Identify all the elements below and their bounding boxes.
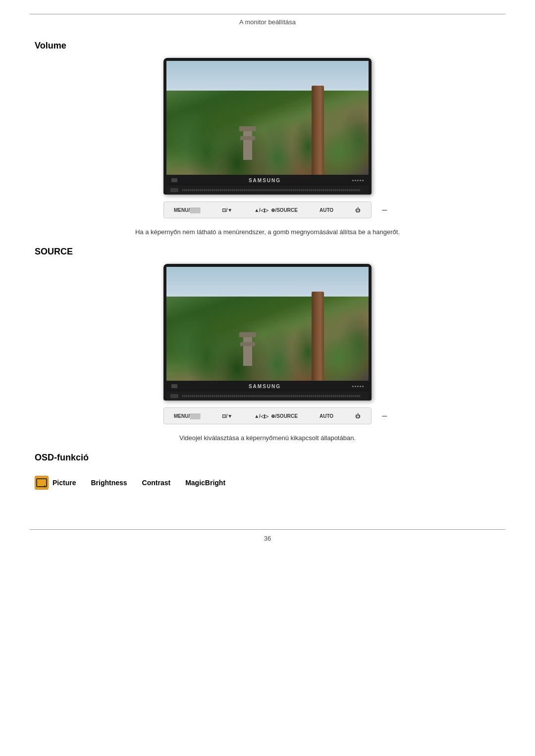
osd-menu-item-magicbright: MagicBright — [185, 479, 225, 487]
tree-trunk-image-2 — [312, 292, 324, 381]
ctrl-power-1: ⏻ — [355, 207, 360, 213]
picture-icon — [35, 476, 49, 490]
main-content: Volume SAMSUNG — [0, 36, 535, 514]
stand-btn-2 — [170, 394, 178, 398]
page-number: 36 — [0, 535, 535, 542]
page-container: A monitor beállítása Volume — [0, 14, 535, 756]
osd-label: OSD-funkció — [35, 453, 500, 463]
osd-brightness-label: Brightness — [91, 479, 127, 487]
brand-dots-2 — [352, 386, 364, 387]
volume-section: Volume SAMSUNG — [35, 41, 500, 236]
source-description: Videojel kiválasztása a képernyőmenü kik… — [35, 434, 500, 442]
brand-dots — [352, 180, 364, 181]
bottom-divider — [30, 529, 505, 530]
ctrl-minus-1: — — [382, 207, 387, 213]
header-text: A monitor beállítása — [239, 18, 296, 26]
volume-label: Volume — [35, 41, 500, 51]
trees-bg — [166, 61, 369, 175]
dot-9 — [360, 386, 361, 387]
ctrl-auto-2: AUTO — [320, 413, 333, 419]
brand-bar: SAMSUNG — [166, 175, 369, 186]
osd-menu-item-picture: Picture — [35, 476, 76, 490]
ctrl-pip-1: ⊡/▼ — [222, 207, 232, 213]
ctrl-menu-1: MENU/▒▒▒ — [174, 207, 200, 213]
source-monitor: SAMSUNG — [163, 264, 372, 401]
dot-5 — [362, 180, 364, 181]
source-label: SOURCE — [35, 247, 500, 257]
source-screen — [166, 267, 369, 381]
dot-7 — [355, 386, 356, 387]
trees-bg-2 — [166, 267, 369, 381]
tree-trunk-image — [312, 86, 324, 175]
pagoda-image — [243, 130, 252, 160]
dot-10 — [362, 386, 364, 387]
ctrl-power-2: ⏻ — [355, 413, 360, 419]
source-section: SOURCE SAMSUNG — [35, 247, 500, 442]
dot-4 — [360, 180, 361, 181]
dot-2 — [355, 180, 356, 181]
volume-control-bar: MENU/▒▒▒ ⊡/▼ ▲/◁▷ ⊕/SOURCE AUTO ⏻ — — [163, 202, 372, 218]
brand-icon-1 — [171, 178, 177, 182]
volume-description: Ha a képernyőn nem látható a menürendsze… — [35, 228, 500, 236]
osd-menu-item-brightness: Brightness — [91, 479, 127, 487]
brand-text-2: SAMSUNG — [249, 384, 281, 389]
stand-bar-2 — [166, 392, 369, 401]
source-monitor-wrap: SAMSUNG — [35, 264, 500, 401]
source-control-bar-wrap: MENU/▒▒▒ ⊡/▼ ▲/◁▷ ⊕/SOURCE AUTO ⏻ — — [35, 407, 500, 424]
ctrl-pip-2: ⊡/▼ — [222, 413, 232, 419]
dot-3 — [357, 180, 359, 181]
top-divider — [30, 14, 505, 14]
brand-left-icons-2 — [171, 384, 177, 388]
dot-1 — [352, 180, 354, 181]
volume-control-bar-wrap: MENU/▒▒▒ ⊡/▼ ▲/◁▷ ⊕/SOURCE AUTO ⏻ — — [35, 202, 500, 218]
source-control-bar: MENU/▒▒▒ ⊡/▼ ▲/◁▷ ⊕/SOURCE AUTO ⏻ — — [163, 407, 372, 424]
osd-magicbright-label: MagicBright — [185, 479, 225, 487]
stand-btn-1 — [170, 188, 178, 192]
stand-pattern — [182, 189, 361, 191]
dot-6 — [352, 386, 354, 387]
pagoda-image-2 — [243, 336, 252, 366]
osd-menu-item-contrast: Contrast — [142, 479, 171, 487]
ctrl-minus-2: — — [382, 413, 387, 419]
osd-menu-bar: Picture Brightness Contrast MagicBright — [35, 471, 500, 495]
stand-bar — [166, 186, 369, 195]
brand-icon-2 — [171, 384, 177, 388]
volume-monitor: SAMSUNG — [163, 58, 372, 195]
volume-screen — [166, 61, 369, 175]
osd-section: OSD-funkció Picture Brightness Contrast — [35, 453, 500, 495]
osd-contrast-label: Contrast — [142, 479, 171, 487]
volume-monitor-wrap: SAMSUNG — [35, 58, 500, 195]
brand-bar-2: SAMSUNG — [166, 381, 369, 392]
ctrl-up-2: ▲/◁▷ ⊕/SOURCE — [254, 413, 298, 419]
ctrl-menu-2: MENU/▒▒▒ — [174, 413, 200, 419]
stand-buttons — [170, 188, 178, 192]
ctrl-auto-1: AUTO — [320, 207, 333, 213]
brand-left-icons — [171, 178, 177, 182]
stand-buttons-2 — [170, 394, 178, 398]
stand-pattern-2 — [182, 395, 361, 397]
dot-8 — [357, 386, 359, 387]
page-header: A monitor beállítása — [0, 18, 535, 26]
osd-picture-label: Picture — [53, 479, 76, 487]
ctrl-up-1: ▲/◁▷ ⊕/SOURCE — [254, 207, 298, 213]
brand-text: SAMSUNG — [249, 178, 281, 183]
